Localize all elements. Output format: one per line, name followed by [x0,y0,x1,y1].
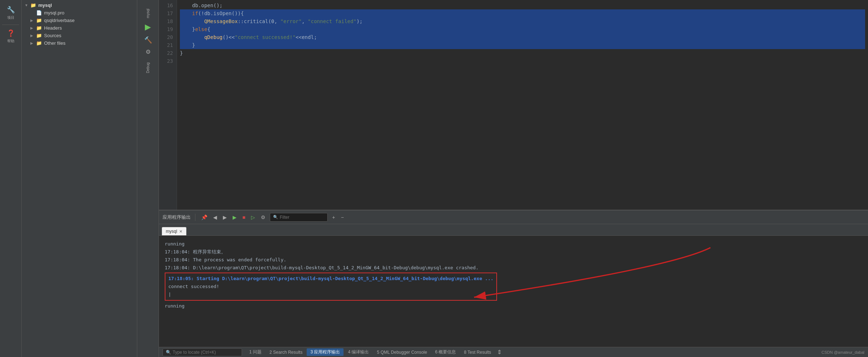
status-tab-4[interactable]: 4 编译输出 [344,348,372,356]
folder-icon: 📁 [30,3,36,8]
line-num-21: 21 [159,41,173,49]
wrench-icon: 🔧 [7,6,15,14]
tree-item-mysql-pro[interactable]: 📄 mysql.pro [22,9,137,17]
expand-arrow-sources: ▶ [30,34,35,38]
line-num-20: 20 [159,33,173,41]
tab-label-5: QML Debugger Console [380,350,427,355]
filter-input[interactable] [280,215,323,220]
tab-num-2: 2 [269,350,273,355]
next-button[interactable]: ▶ [221,214,228,221]
watermark: CSDN @amateur_dabal [821,350,864,354]
line-num-22: 22 [159,49,173,57]
output-line-crash3: 17:18:04: D:\learn\program\QT\project\bu… [165,264,862,272]
code-editor[interactable]: db.open(); if(!db.isOpen()){ QMessageBox… [177,0,868,210]
debug-run-button[interactable]: ▷ [250,214,256,221]
line-num-16: 16 [159,1,173,9]
status-tab-8[interactable]: 8 Test Results [460,349,495,356]
tree-item-headers[interactable]: ▶ 📁 Headers [22,24,137,32]
other-files-label: Other files [44,40,134,46]
run-panel: mysql ▶ 🔨 ⚙ Debug [137,0,159,357]
run-button[interactable]: ▶ [145,22,151,32]
line-numbers: 16 17 18 19 20 21 22 23 [159,0,177,210]
code-line-20: qDebug()<<"connect successed!"<<endl; [180,33,865,41]
output-line-cursor: | [168,291,493,299]
build-button[interactable]: 🔨 [144,36,152,44]
output-line-success: connect successed! [168,283,493,291]
qsqldriverbase-label: qsqldriverbase [44,18,134,23]
code-line-18: QMessageBox::critical(0, "error", "conne… [180,17,865,25]
expand-arrow: ▼ [25,3,29,7]
bottom-toolbar: 应用程序输出 📌 ◀ ▶ ▶ ■ ▷ ⚙ 🔍 + − [159,210,868,224]
expand-arrow-qsql: ▶ [30,18,35,22]
status-search-box: 🔍 [163,348,242,356]
status-tab-5[interactable]: 5 QML Debugger Console [373,349,431,356]
status-tab-2[interactable]: 2 Search Results [266,349,306,356]
output-line-running1: running [165,240,862,248]
tab-label: mysql [166,229,177,234]
expand-arrow-other: ▶ [30,41,35,45]
prev-button[interactable]: ◀ [212,214,219,221]
output-content[interactable]: running 17:18:04: 程序异常结束。 17:18:04: The … [159,236,868,314]
line-num-17: 17 [159,9,173,17]
search-icon: 🔍 [273,215,278,219]
code-line-22: } [180,49,865,57]
tab-label-4: 编译输出 [351,349,369,354]
folder-icon-other: 📁 [36,40,42,46]
output-line-running2: running [165,302,862,310]
folder-icon-sources: 📁 [36,33,42,38]
code-line-23 [180,57,865,65]
code-line-16: db.open(); [180,1,865,9]
line-num-18: 18 [159,17,173,25]
tab-num-3: 3 [310,349,314,354]
tab-mysql[interactable]: mysql ✕ [162,227,186,235]
sources-label: Sources [44,33,134,38]
toolbar-sep-1 [195,214,195,221]
output-line-crash1: 17:18:04: 程序异常结束。 [165,248,862,256]
editor-content: 16 17 18 19 20 21 22 23 db.open(); if(!d… [159,0,868,210]
tab-close-icon[interactable]: ✕ [179,229,182,234]
run-output-button[interactable]: ▶ [231,214,238,221]
folder-icon-headers: 📁 [36,25,42,31]
settings-button[interactable]: ⚙ [146,48,151,55]
output-line-starting: 17:18:05: Starting D:\learn\program\QT\p… [168,275,493,283]
editor-area: 16 17 18 19 20 21 22 23 db.open(); if(!d… [159,0,868,357]
code-line-19: }else{ [180,25,865,33]
expand-arrow-headers: ▶ [30,26,35,30]
highlight-box: 17:18:05: Starting D:\learn\program\QT\p… [165,273,497,301]
tab-label-6: 概要信息 [439,349,456,354]
status-tab-1[interactable]: 1 问题 [246,348,265,356]
pin-button[interactable]: 📌 [200,214,209,221]
tab-label-1: 问题 [253,349,262,354]
debug-label: Debug [146,62,150,73]
sidebar-item-help[interactable]: ❓ 帮助 [0,26,21,47]
tab-label-8: Test Results [467,350,491,355]
search-icon-status: 🔍 [166,350,171,355]
filter-input-container: 🔍 [270,213,328,222]
headers-label: Headers [44,25,134,31]
tree-item-sources[interactable]: ▶ 📁 Sources [22,32,137,39]
bottom-panel: 应用程序输出 📌 ◀ ▶ ▶ ■ ▷ ⚙ 🔍 + − mysql [159,210,868,347]
locate-input[interactable] [173,350,239,355]
mysql-pro-label: mysql.pro [44,10,134,16]
output-arrange-button[interactable]: ⇕ [497,349,502,356]
tree-root-mysql[interactable]: ▼ 📁 mysql [22,1,137,9]
output-title: 应用程序输出 [163,214,191,221]
remove-button[interactable]: − [340,214,345,221]
code-line-17: if(!db.isOpen()){ [180,9,865,17]
sidebar-item-tools[interactable]: 🔧 项目 [0,3,21,23]
icon-sidebar: 🔧 项目 ❓ 帮助 [0,0,22,357]
tab-num-5: 5 [377,350,380,355]
status-tab-3[interactable]: 3 应用程序输出 [307,348,344,356]
status-tab-6[interactable]: 6 概要信息 [431,348,459,356]
line-num-23: 23 [159,57,173,65]
tree-item-qsqldriverbase[interactable]: ▶ 📁 qsqldriverbase [22,17,137,24]
help-icon: ❓ [7,29,15,37]
project-name-label: mysql [146,9,150,18]
gear-button[interactable]: ⚙ [259,214,267,221]
output-wrapper: running 17:18:04: 程序异常结束。 17:18:04: The … [159,236,868,347]
project-tree: ▼ 📁 mysql 📄 mysql.pro ▶ 📁 qsqldriverbase… [22,0,137,357]
stop-button[interactable]: ■ [241,214,247,221]
add-button[interactable]: + [331,214,336,221]
tab-label-3: 应用程序输出 [314,349,340,354]
tree-item-other-files[interactable]: ▶ 📁 Other files [22,39,137,47]
